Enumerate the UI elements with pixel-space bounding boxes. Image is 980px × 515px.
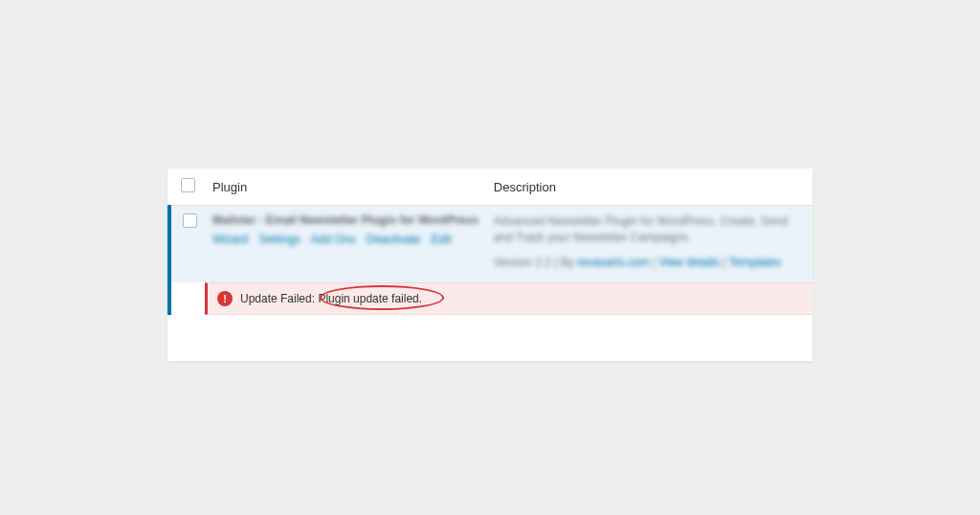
col-plugin-header[interactable]: Plugin — [205, 168, 486, 206]
plugin-templates-link[interactable]: Templates — [729, 256, 782, 269]
plugin-action-addons[interactable]: Add Ons — [311, 233, 356, 246]
plugin-row-checkbox[interactable] — [183, 213, 197, 228]
panel-footer — [167, 315, 813, 361]
plugin-actions: Wizard Settings Add Ons Deactivate Edit — [212, 233, 479, 246]
plugin-error-row: ! Update Failed: Plugin update failed. — [169, 282, 813, 315]
plugin-action-wizard[interactable]: Wizard — [212, 233, 248, 246]
plugin-action-settings[interactable]: Settings — [259, 233, 301, 246]
error-row-cell: ! Update Failed: Plugin update failed. — [205, 282, 813, 315]
meta-sep: | — [720, 256, 729, 269]
error-icon: ! — [217, 291, 233, 306]
meta-sep: | — [649, 256, 658, 269]
table-header-row: Plugin Description — [169, 168, 813, 206]
plugin-description: Advanced Newsletter Plugin for WordPress… — [494, 213, 805, 246]
plugin-row-desc-cell: Advanced Newsletter Plugin for WordPress… — [486, 206, 813, 282]
update-error-notice: ! Update Failed: Plugin update failed. — [205, 282, 813, 315]
select-all-checkbox[interactable] — [181, 178, 195, 192]
plugin-meta: Version 2.2 | By revaxarts.com | View de… — [494, 256, 805, 269]
error-row-spacer — [169, 282, 205, 315]
plugin-version: Version 2.2 | By — [494, 256, 577, 269]
plugins-table: Plugin Description Mailster - Email News… — [167, 168, 813, 315]
col-description-header[interactable]: Description — [486, 168, 813, 206]
plugin-row-checkbox-cell — [169, 206, 205, 282]
plugins-panel: Plugin Description Mailster - Email News… — [167, 168, 813, 361]
plugin-action-edit[interactable]: Edit — [432, 233, 452, 246]
col-checkbox — [169, 168, 205, 206]
plugin-row: Mailster - Email Newsletter Plugin for W… — [169, 206, 813, 282]
plugin-view-details-link[interactable]: View details — [658, 256, 720, 269]
plugin-action-deactivate[interactable]: Deactivate — [367, 233, 421, 246]
plugin-row-name-cell: Mailster - Email Newsletter Plugin for W… — [205, 206, 486, 282]
plugin-name: Mailster - Email Newsletter Plugin for W… — [212, 213, 479, 227]
plugin-author-link[interactable]: revaxarts.com — [577, 256, 649, 269]
error-text: Update Failed: Plugin update failed. — [240, 292, 422, 305]
